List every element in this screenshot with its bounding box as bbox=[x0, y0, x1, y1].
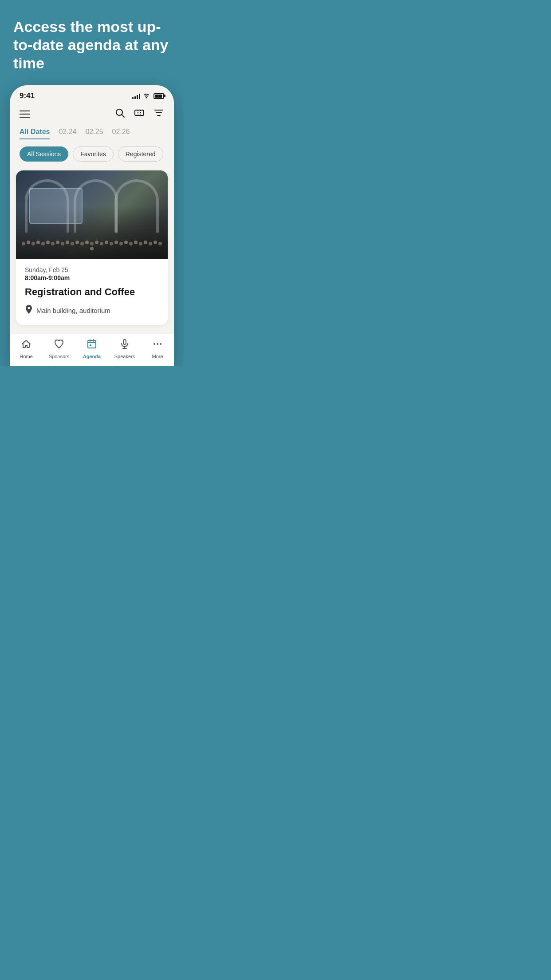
date-tab-0224[interactable]: 02.24 bbox=[59, 128, 76, 139]
session-date: Sunday, Feb 25 bbox=[25, 266, 159, 273]
session-title: Registration and Coffee bbox=[25, 286, 159, 299]
session-filters: All Sessions Favorites Registered bbox=[10, 146, 174, 170]
filter-registered[interactable]: Registered bbox=[118, 146, 163, 162]
nav-right-icons bbox=[114, 107, 164, 121]
filter-all-sessions[interactable]: All Sessions bbox=[20, 146, 68, 162]
svg-rect-2 bbox=[135, 110, 144, 115]
nav-sponsors[interactable]: Sponsors bbox=[43, 339, 75, 359]
session-time: 8:00am-9:00am bbox=[25, 274, 159, 281]
nav-more-label: More bbox=[152, 354, 163, 359]
nav-agenda-label: Agenda bbox=[83, 354, 101, 359]
svg-line-1 bbox=[122, 115, 125, 118]
location-icon bbox=[25, 305, 33, 316]
svg-point-18 bbox=[160, 343, 161, 345]
status-bar: 9:41 bbox=[10, 85, 174, 104]
hero-text: Access the most up-to-date agenda at any… bbox=[9, 18, 175, 72]
svg-point-16 bbox=[153, 343, 155, 345]
wifi-icon bbox=[143, 92, 150, 100]
nav-home-label: Home bbox=[20, 354, 32, 359]
status-time: 9:41 bbox=[20, 91, 35, 100]
nav-agenda[interactable]: Agenda bbox=[75, 339, 108, 359]
bottom-nav: Home Sponsors Agenda bbox=[10, 334, 174, 366]
nav-speakers[interactable]: Speakers bbox=[108, 339, 141, 359]
mic-icon bbox=[119, 339, 130, 352]
heart-icon bbox=[54, 339, 64, 352]
session-card[interactable]: Sunday, Feb 25 8:00am-9:00am Registratio… bbox=[16, 170, 168, 325]
menu-button[interactable] bbox=[20, 111, 30, 118]
session-location: Main building, auditorium bbox=[25, 305, 159, 316]
nav-home[interactable]: Home bbox=[10, 339, 43, 359]
status-icons bbox=[132, 92, 164, 100]
top-nav bbox=[10, 104, 174, 128]
date-tabs: All Dates 02.24 02.25 02.26 bbox=[10, 128, 174, 146]
svg-rect-12 bbox=[90, 344, 91, 346]
svg-point-17 bbox=[157, 343, 158, 345]
search-button[interactable] bbox=[114, 107, 125, 121]
home-icon bbox=[21, 339, 31, 352]
ticket-button[interactable] bbox=[134, 107, 145, 121]
date-tab-all[interactable]: All Dates bbox=[20, 128, 50, 139]
nav-more[interactable]: More bbox=[141, 339, 174, 359]
filter-favorites[interactable]: Favorites bbox=[73, 146, 114, 162]
phone-frame: 9:41 bbox=[10, 85, 174, 366]
svg-rect-13 bbox=[123, 340, 126, 344]
date-tab-0225[interactable]: 02.25 bbox=[86, 128, 103, 139]
filter-button[interactable] bbox=[153, 107, 164, 121]
calendar-icon bbox=[87, 339, 97, 352]
battery-icon bbox=[153, 93, 164, 99]
signal-icon bbox=[132, 93, 140, 99]
session-info: Sunday, Feb 25 8:00am-9:00am Registratio… bbox=[16, 259, 168, 325]
date-tab-0226[interactable]: 02.26 bbox=[112, 128, 130, 139]
nav-speakers-label: Speakers bbox=[114, 354, 135, 359]
nav-sponsors-label: Sponsors bbox=[49, 354, 69, 359]
svg-rect-8 bbox=[88, 340, 96, 348]
session-location-text: Main building, auditorium bbox=[36, 307, 110, 314]
dots-icon bbox=[152, 339, 163, 352]
session-image bbox=[16, 170, 168, 259]
